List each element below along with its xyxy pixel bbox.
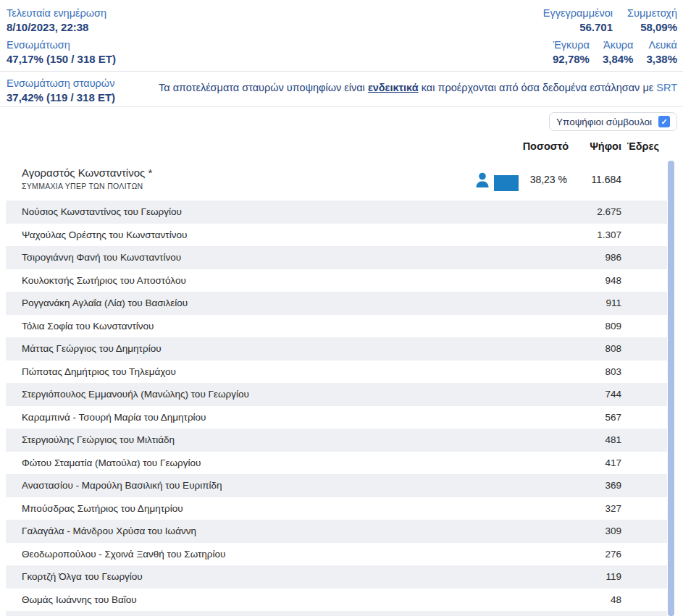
person-icon [475,172,490,191]
stat-value: 37,42% (119 / 318 ΕΤ) [7,91,115,104]
stat-label: Συμμετοχή [627,7,677,20]
column-header-seats: Έδρες [627,140,659,152]
candidate-row: Στεργιόπουλος Εμμανουήλ (Μανώλης) του Γε… [6,383,667,406]
candidate-name: Γκορτζή Όλγα του Γεωργίου [6,571,143,582]
checked-checkbox-icon[interactable]: ✓ [658,116,670,127]
stat-label: Έγκυρα [553,38,590,51]
stat-label: Εγγεγραμμένοι [543,7,613,20]
stat-value: 8/10/2023, 22:38 [7,21,106,34]
candidate-votes: 911 [606,298,621,308]
candidate-votes: 119 [606,571,621,582]
candidate-votes: 1.307 [597,229,621,240]
vertical-scrollbar[interactable] [668,161,674,616]
candidate-votes: 276 [605,549,621,560]
candidate-votes: 11.684 [591,174,621,185]
candidate-votes: 2.675 [597,206,621,217]
divider [0,106,683,107]
candidate-name: Τόλια Σοφία του Κωνσταντίνου [6,321,154,332]
divider [0,71,683,72]
candidate-name: Ψαχούλας Ορέστης του Κωνσταντίνου [6,229,187,240]
candidate-votes: 809 [605,321,621,332]
candidate-votes: 808 [605,343,621,354]
candidate-votes: 744 [605,389,621,400]
stat-cross-integration: Ενσωμάτωση σταυρών 37,42% (119 / 318 ΕΤ) [7,77,115,104]
candidate-name: Καραμπινά - Τσουρή Μαρία του Δημητρίου [6,412,206,423]
leader-icons [475,172,519,191]
candidate-name: Μπούσδρας Σωτήριος του Δημητρίου [6,503,183,514]
partial-next-row [6,611,667,616]
results-table: Αγοραστός Κωνσταντίνος * ΣΥΜΜΑΧΙΑ ΥΠΕΡ Τ… [6,159,667,616]
notice-text: και προέρχονται από όσα δεδομένα εστάλησ… [419,82,657,93]
candidate-rows: Νούσιος Κωνσταντίνος του Γεωργίου 2.675 … [6,201,667,611]
notice-emphasis: ενδεικτικά [368,82,419,93]
candidate-votes: 481 [605,434,621,445]
stat-label: Λευκά [646,38,677,51]
candidate-councillors-filter-button[interactable]: Υποψήφιοι σύμβουλοι ✓ [549,112,677,131]
filter-label: Υποψήφιοι σύμβουλοι [556,117,652,127]
column-header-percent: Ποσοστό [523,140,569,152]
candidate-row: Πώποτας Δημήτριος του Τηλεμάχου 803 [6,360,667,384]
candidate-votes: 327 [605,503,621,514]
candidate-votes: 948 [605,275,621,286]
candidate-votes: 803 [605,366,621,377]
candidate-row: Τόλια Σοφία του Κωνσταντίνου 809 [6,315,667,338]
candidate-row: Γκορτζή Όλγα του Γεωργίου 119 [6,565,667,588]
candidate-row: Θωμάς Ιωάννης του Βαΐου 48 [6,588,667,612]
candidate-name: Κουλοκτσής Σωτήριος του Αποστόλου [6,275,186,286]
candidate-name: Μάττας Γεώργιος του Δημητρίου [6,343,162,354]
candidate-row: Στεργιούλης Γεώργιος του Μιλτιάδη 481 [6,429,667,452]
stat-label: Τελευταία ενημέρωση [7,7,106,20]
stat-value: 3,84% [603,53,634,66]
party-name: ΣΥΜΜΑΧΙΑ ΥΠΕΡ ΤΩΝ ΠΟΛΙΤΩΝ [6,179,667,190]
candidate-percent: 38,23 % [530,174,567,185]
candidate-row: Κουλοκτσής Σωτήριος του Αποστόλου 948 [6,269,667,292]
candidate-row: Νούσιος Κωνσταντίνος του Γεωργίου 2.675 [6,201,667,224]
stat-invalid: Άκυρα 3,84% [603,38,634,66]
candidate-votes: 309 [605,526,621,536]
stats-registered-turnout: Εγγεγραμμένοι 56.701 Συμμετοχή 58,09% [543,7,677,34]
candidate-name: Ρογγανάκη Αγλαΐα (Λία) του Βασιλείου [6,298,188,308]
candidate-name: Νούσιος Κωνσταντίνος του Γεωργίου [6,206,182,217]
stat-last-update: Τελευταία ενημέρωση 8/10/2023, 22:38 [7,7,106,34]
candidate-name: Τσιρογιάννη Φανή του Κωνσταντίνου [6,252,181,263]
candidate-row: Καραμπινά - Τσουρή Μαρία του Δημητρίου 5… [6,406,667,429]
stat-integration: Ενσωμάτωση 47,17% (150 / 318 ΕΤ) [7,38,116,66]
candidate-name: Αναστασίου - Μαρούλη Βασιλική του Ευριπί… [6,480,222,491]
candidate-name: Γαλαγάλα - Μάνδρου Χρύσα του Ιωάννη [6,526,196,536]
stat-label: Ενσωμάτωση [7,38,116,51]
stat-turnout: Συμμετοχή 58,09% [627,7,677,34]
candidate-row: Μπούσδρας Σωτήριος του Δημητρίου 327 [6,497,667,520]
column-header-votes: Ψήφοι [590,140,621,152]
candidate-name: Φώτου Σταματία (Ματούλα) του Γεωργίου [6,457,201,468]
notice-text: Τα αποτελέσματα σταυρών υποψηφίων είναι [159,82,368,93]
candidate-votes: 48 [611,594,621,605]
election-results-page: Τελευταία ενημέρωση 8/10/2023, 22:38 Ενσ… [0,0,683,616]
candidate-name: Πώποτας Δημήτριος του Τηλεμάχου [6,366,176,377]
stat-value: 58,09% [627,21,677,34]
candidate-row: Ρογγανάκη Αγλαΐα (Λία) του Βασιλείου 911 [6,292,667,315]
candidate-row: Ψαχούλας Ορέστης του Κωνσταντίνου 1.307 [6,224,667,247]
candidate-row: Γαλαγάλα - Μάνδρου Χρύσα του Ιωάννη 309 [6,520,667,543]
stats-valid-invalid-blank: Έγκυρα 92,78% Άκυρα 3,84% Λευκά 3,38% [553,38,677,66]
results-table-header: Ποσοστό Ψήφοι Έδρες [6,140,667,158]
candidate-votes: 417 [605,457,621,468]
candidate-name: Θεοδωροπούλου - Σχοινά Ξανθή του Σωτηρίο… [6,549,225,560]
candidate-row: Αναστασίου - Μαρούλη Βασιλική του Ευριπί… [6,474,667,497]
stat-value: 92,78% [553,53,590,66]
candidate-row: Φώτου Σταματία (Ματούλα) του Γεωργίου 41… [6,452,667,475]
candidate-votes: 567 [605,412,621,423]
stat-value: 3,38% [646,53,677,66]
candidate-name: Αγοραστός Κωνσταντίνος * [6,159,667,179]
srt-link[interactable]: SRT [656,82,677,93]
stat-label: Ενσωμάτωση σταυρών [7,77,115,90]
candidate-votes: 986 [605,252,621,263]
candidate-row: Μάττας Γεώργιος του Δημητρίου 808 [6,337,667,360]
candidate-votes: 369 [605,480,621,491]
candidate-name: Στεργιόπουλος Εμμανουήλ (Μανώλης) του Γε… [6,389,249,400]
indicative-results-notice: Τα αποτελέσματα σταυρών υποψηφίων είναι … [159,82,677,93]
stat-valid: Έγκυρα 92,78% [553,38,590,66]
stat-registered: Εγγεγραμμένοι 56.701 [543,7,613,34]
candidate-name: Θωμάς Ιωάννης του Βαΐου [6,594,137,605]
candidate-name: Στεργιούλης Γεώργιος του Μιλτιάδη [6,434,175,445]
candidate-row: Θεοδωροπούλου - Σχοινά Ξανθή του Σωτηρίο… [6,543,667,566]
